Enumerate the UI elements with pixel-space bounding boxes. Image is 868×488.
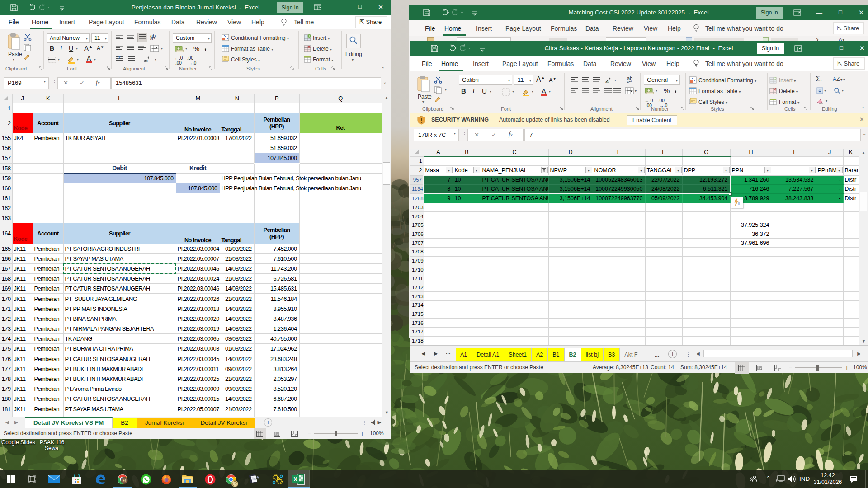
svg-text:X: X xyxy=(293,476,297,483)
svg-text:ab: ab xyxy=(144,59,148,63)
svg-text:ab: ab xyxy=(605,80,609,84)
